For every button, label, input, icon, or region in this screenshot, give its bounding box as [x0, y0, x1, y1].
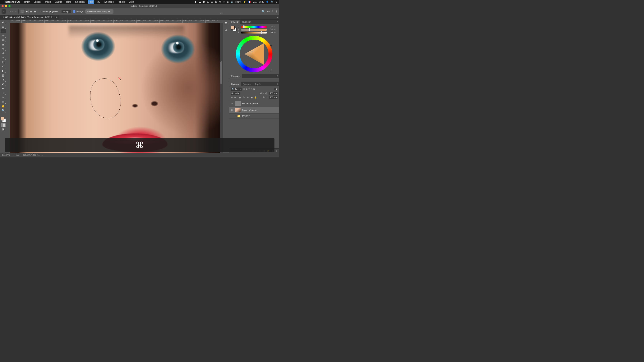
layer-row[interactable]: 👁Haute fréquence: [229, 100, 279, 107]
search-icon[interactable]: 🔍: [262, 10, 265, 13]
hue-value[interactable]: 36: [268, 26, 273, 28]
menu-fenetre[interactable]: Fenêtre: [117, 0, 126, 4]
quick-mask-toggle[interactable]: [1, 123, 6, 127]
close-tab-icon[interactable]: ✕: [56, 16, 58, 18]
path-select-tool[interactable]: ↖: [0, 95, 6, 99]
tab-couches[interactable]: Couches: [241, 82, 253, 86]
current-tool-icon[interactable]: ⬭: [10, 10, 14, 13]
filter-smart-icon[interactable]: ▣: [253, 88, 255, 90]
menu-3d[interactable]: 3D: [96, 0, 101, 4]
printer-icon[interactable]: 🖶: [206, 0, 209, 3]
collapse-panels-icon[interactable]: ◀◀: [220, 12, 222, 14]
filter-shape-icon[interactable]: ▢: [250, 88, 252, 90]
lasso-tool[interactable]: ⬭: [0, 29, 6, 33]
tab-reglages[interactable]: Réglages: [229, 74, 242, 78]
menu-aide[interactable]: Aide: [128, 0, 135, 4]
minimize-window-button[interactable]: [5, 5, 7, 7]
quick-select-tool[interactable]: ✎: [0, 33, 6, 38]
move-tool[interactable]: ✥: [0, 20, 6, 24]
lock-artboard-icon[interactable]: ▦: [250, 96, 253, 99]
zoom-window-button[interactable]: [8, 5, 10, 7]
feather-input[interactable]: 28,6 px: [62, 10, 71, 13]
lum-value[interactable]: 80: [268, 31, 273, 33]
eyedropper-tool[interactable]: ✎: [0, 47, 6, 51]
marquee-tool[interactable]: ▭: [0, 25, 6, 29]
wifi-icon[interactable]: ◉: [227, 0, 229, 3]
siri-icon[interactable]: ☰: [276, 0, 278, 3]
spotlight-icon[interactable]: 🔍: [271, 0, 274, 3]
zoom-level[interactable]: 139,97 %: [2, 154, 10, 156]
zoom-tool[interactable]: 🔍: [0, 108, 6, 113]
document-tab[interactable]: _K8A0184-1.psd @ 140% (Basse fréquence, …: [0, 15, 60, 19]
tab-nuancier[interactable]: Nuancier: [240, 20, 252, 24]
menu-image[interactable]: Image: [44, 0, 52, 4]
antialias-checkbox[interactable]: ✓ Lissage: [73, 10, 84, 13]
share-icon[interactable]: ⇪: [275, 10, 278, 13]
clock-day[interactable]: Mar.: [252, 1, 257, 3]
bluetooth-icon[interactable]: ∗: [223, 0, 225, 3]
selection-intersect-button[interactable]: ▦: [33, 9, 37, 13]
foreground-color-swatch[interactable]: [1, 117, 4, 120]
panel-menu-icon[interactable]: ≡: [276, 21, 279, 23]
menu-fichier[interactable]: Fichier: [22, 0, 30, 4]
filter-adjust-icon[interactable]: ◐: [246, 88, 248, 90]
frame-tool[interactable]: ⊞: [0, 42, 6, 46]
fg-bg-colors[interactable]: [1, 117, 6, 122]
dropbox-icon[interactable]: ⬢: [203, 0, 205, 3]
workspace-icon[interactable]: ▭: [267, 10, 270, 13]
color-wheel[interactable]: ⛶: [236, 36, 272, 72]
canvas[interactable]: ↖⁺: [10, 23, 220, 153]
fill-input[interactable]: 100 % ▾: [269, 96, 278, 99]
tool-preset-chevron-icon[interactable]: ▾: [16, 10, 16, 12]
input-flag[interactable]: 🇫🇷: [248, 1, 251, 3]
menu-texte[interactable]: Texte: [65, 0, 72, 4]
volume-icon[interactable]: 🔊: [230, 0, 234, 3]
dodge-tool[interactable]: ◐: [0, 82, 6, 86]
timemachine-icon[interactable]: ↻: [219, 0, 221, 3]
history-brush-tool[interactable]: ↶: [0, 64, 6, 68]
edit-toolbar-icon[interactable]: ⋯: [2, 114, 4, 116]
sat-slider[interactable]: [241, 29, 266, 31]
hand-tool[interactable]: ✋: [0, 104, 6, 108]
tab-couleur[interactable]: Couleur: [229, 20, 240, 24]
filter-type-icon[interactable]: T: [248, 88, 250, 90]
canvas-vertical-scrollbar[interactable]: [220, 23, 223, 153]
hue-slider[interactable]: [241, 26, 266, 28]
layer-name[interactable]: Haute fréquence: [242, 102, 258, 105]
pen-tool[interactable]: ✒: [0, 86, 6, 91]
select-and-mask-button[interactable]: Sélectionner et masquer...: [85, 9, 114, 13]
list-icon[interactable]: ☰: [211, 0, 213, 3]
eraser-tool[interactable]: ◧: [0, 69, 6, 73]
gradient-tool[interactable]: ▦: [0, 73, 6, 77]
layer-thumbnail[interactable]: [235, 101, 241, 106]
history-panel-icon[interactable]: 🖼: [224, 21, 228, 25]
brush-tool[interactable]: ✐: [0, 55, 6, 60]
tab-overflow-icon[interactable]: »: [276, 16, 279, 18]
ruler-origin[interactable]: [6, 19, 10, 23]
workspace-chevron-icon[interactable]: ▾: [272, 10, 273, 13]
ruler-vertical[interactable]: [6, 23, 10, 153]
blend-mode-select[interactable]: Normal ▾: [231, 92, 240, 95]
filter-pixel-icon[interactable]: ▧: [243, 88, 245, 90]
opacity-input[interactable]: 100 % ▾: [269, 92, 278, 95]
selection-add-button[interactable]: ▣: [25, 9, 28, 13]
screen-mode-button[interactable]: ▣: [0, 127, 6, 131]
display-icon[interactable]: 🖥: [215, 0, 217, 3]
menu-selection[interactable]: Sélection: [74, 0, 85, 4]
healing-tool[interactable]: ✚: [0, 51, 6, 55]
selection-new-button[interactable]: ▢: [20, 9, 24, 13]
menu-affichage[interactable]: Affichage: [104, 0, 114, 4]
blur-tool[interactable]: ●: [0, 77, 6, 82]
crop-tool[interactable]: ⧉: [0, 38, 6, 42]
close-window-button[interactable]: [2, 5, 4, 7]
layer-name[interactable]: IMPORT: [242, 115, 250, 117]
home-button[interactable]: ⌂: [2, 9, 6, 13]
type-tool[interactable]: T: [0, 91, 6, 95]
menu-edition[interactable]: Edition: [33, 0, 42, 4]
clock-time[interactable]: 17:05: [258, 1, 264, 3]
lock-paint-icon[interactable]: ✎: [242, 96, 246, 99]
layer-filter-toggle[interactable]: [274, 88, 278, 90]
tab-calques[interactable]: Calques: [229, 82, 241, 86]
tab-traces[interactable]: Tracés: [253, 82, 263, 86]
menu-filtre[interactable]: Filtre: [88, 0, 94, 4]
